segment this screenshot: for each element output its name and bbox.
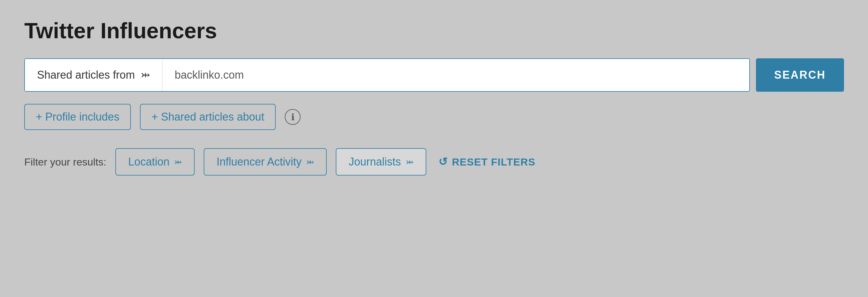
location-label: Location (128, 155, 169, 168)
search-type-label: Shared articles from (37, 69, 135, 81)
reset-icon: ↺ (438, 155, 448, 168)
info-icon[interactable]: ℹ (285, 109, 301, 125)
reset-filters-button[interactable]: ↺ RESET FILTERS (438, 155, 535, 168)
influencer-activity-dropdown-button[interactable]: Influencer Activity ⤔ (204, 148, 327, 176)
filter-results-label: Filter your results: (24, 156, 106, 168)
search-row: Shared articles from ⤔ SEARCH (24, 58, 844, 92)
journalists-chevron-icon: ⤔ (406, 157, 413, 167)
reset-filters-label: RESET FILTERS (452, 156, 535, 168)
profile-includes-button[interactable]: + Profile includes (24, 104, 131, 130)
main-container: Twitter Influencers Shared articles from… (24, 18, 844, 176)
profile-includes-label: + Profile includes (36, 111, 119, 123)
journalists-label: Journalists (348, 155, 401, 168)
location-chevron-icon: ⤔ (174, 157, 182, 167)
journalists-dropdown-button[interactable]: Journalists ⤔ (336, 148, 426, 176)
info-symbol: ℹ (291, 112, 294, 122)
filter-buttons-row: + Profile includes + Shared articles abo… (24, 104, 844, 130)
influencer-activity-chevron-icon: ⤔ (306, 157, 314, 167)
shared-articles-about-button[interactable]: + Shared articles about (140, 104, 276, 130)
chevron-down-icon: ⤔ (141, 69, 150, 81)
shared-articles-about-label: + Shared articles about (152, 111, 264, 123)
influencer-activity-label: Influencer Activity (216, 155, 302, 168)
location-dropdown-button[interactable]: Location ⤔ (115, 148, 195, 176)
results-filter-row: Filter your results: Location ⤔ Influenc… (24, 148, 844, 176)
search-button[interactable]: SEARCH (756, 58, 844, 92)
page-title: Twitter Influencers (24, 18, 844, 43)
search-input[interactable] (162, 59, 749, 91)
search-box: Shared articles from ⤔ (24, 58, 750, 92)
search-type-dropdown[interactable]: Shared articles from ⤔ (25, 59, 162, 91)
